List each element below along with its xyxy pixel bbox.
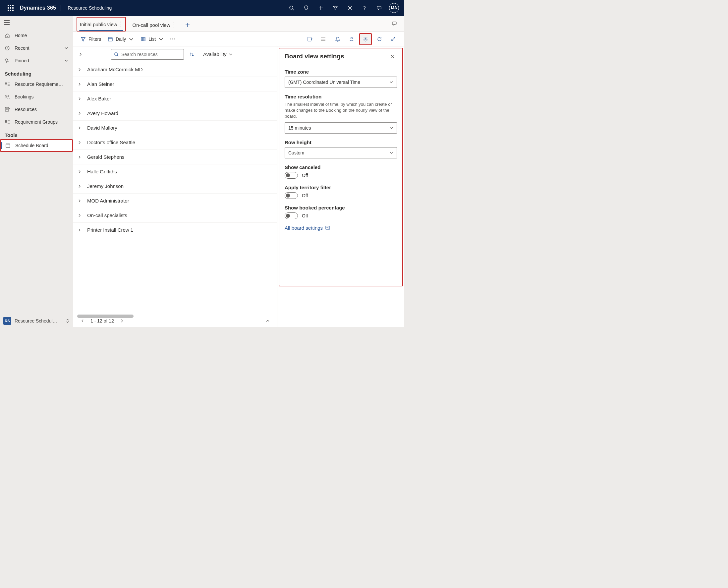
plus-icon [185,22,190,27]
nav-resources[interactable]: Resources [0,103,73,116]
resource-name: Gerald Stephens [87,154,125,160]
filter-button[interactable] [328,0,343,16]
expand-all-button[interactable] [77,50,85,58]
resource-row[interactable]: MOD Administrator [73,193,277,208]
resource-row[interactable]: Alan Steiner [73,77,277,91]
resource-row[interactable]: Halle Griffiths [73,164,277,179]
resource-row[interactable]: On-call specialists [73,208,277,223]
resource-row[interactable]: Alex Baker [73,91,277,106]
nav-resource-reqs-label: Resource Requireme… [15,82,63,87]
resource-row[interactable]: Doctor's office Seattle [73,135,277,150]
assistant-button[interactable] [372,0,386,16]
chat-icon [392,21,397,26]
list-dropdown[interactable]: List [138,33,166,45]
idea-button[interactable] [299,0,314,16]
help-button[interactable] [357,0,372,16]
user-avatar[interactable]: MA [389,3,399,13]
tab-menu-icon[interactable] [174,22,176,27]
availability-dropdown[interactable]: Availability [203,51,233,57]
svg-point-9 [5,120,7,122]
nav-recent[interactable]: Recent [0,42,73,54]
tab-menu-icon[interactable] [121,22,123,27]
filters-button[interactable]: Filters [78,33,104,45]
daily-dropdown[interactable]: Daily [105,33,136,45]
tab-initial-public-view[interactable]: Initial public view [77,17,126,31]
nav-req-groups-label: Requirement Groups [15,119,58,125]
nav-requirement-groups[interactable]: Requirement Groups [0,116,73,128]
resource-search[interactable] [111,49,184,60]
panel-close-button[interactable] [388,52,397,61]
people-button[interactable] [345,33,358,45]
nav-home[interactable]: Home [0,29,73,42]
svg-point-16 [321,39,322,39]
resource-row[interactable]: Avery Howard [73,106,277,121]
refresh-button[interactable] [373,33,386,45]
sort-button[interactable] [187,50,196,59]
timeres-select[interactable]: 15 minutes [285,122,397,133]
timezone-select[interactable]: (GMT) Coordinated Universal Time [285,77,397,88]
nav-schedule-board[interactable]: Schedule Board [0,139,73,152]
tab-add-button[interactable] [181,18,194,31]
rowheight-select[interactable]: Custom [285,147,397,159]
add-button[interactable] [314,0,328,16]
left-nav: Home Recent Pinned Scheduling Resource R… [0,16,73,327]
gear-icon [347,5,352,10]
notifications-button[interactable] [331,33,344,45]
svg-rect-10 [6,144,10,147]
chevron-right-icon [77,228,83,232]
list-icon [321,37,326,42]
booked-pct-toggle[interactable] [285,212,298,219]
top-bar: Dynamics 365 Resource Scheduling MA [0,0,404,16]
tab-oncall-pool-view[interactable]: On-call pool view [129,18,179,31]
resource-name: Abraham McCormick MD [87,67,143,72]
app-launcher-button[interactable] [3,0,19,16]
book-button[interactable] [303,33,316,45]
territory-toggle[interactable] [285,192,298,199]
resource-row[interactable]: Printer Install Crew 1 [73,223,277,237]
hamburger-icon [4,20,10,25]
resource-name: On-call specialists [87,212,127,218]
horizontal-scrollbar[interactable] [77,315,133,318]
collapse-footer[interactable] [264,317,272,325]
pager-next[interactable] [118,317,126,325]
board-view-settings-panel: Board view settings Time zone (GMT) Coor… [279,48,403,286]
sort-icon [190,52,194,57]
booked-pct-value: Off [302,213,308,218]
timeres-label: Time resolution [285,94,397,100]
tab-assistant-button[interactable] [388,16,401,31]
funnel-icon [81,37,86,42]
tab-oncall-label: On-call pool view [132,22,170,28]
expand-button[interactable] [387,33,400,45]
overflow-button[interactable] [168,39,178,39]
tab-initial-label: Initial public view [80,22,117,27]
resource-name: Alex Baker [87,96,111,101]
search-button[interactable] [284,0,299,16]
board-settings-button[interactable] [359,33,372,45]
resource-row[interactable]: Gerald Stephens [73,150,277,164]
resource-name: Halle Griffiths [87,169,117,174]
nav-schedule-board-label: Schedule Board [15,143,48,148]
nav-resource-requirements[interactable]: Resource Requireme… [0,78,73,90]
brand-label[interactable]: Dynamics 365 [19,5,59,11]
refresh-icon [377,37,382,42]
settings-button[interactable] [343,0,357,16]
more-icon [170,39,175,39]
svg-line-21 [117,55,119,56]
nav-collapse-button[interactable] [0,16,73,29]
resource-row[interactable]: David Mallory [73,121,277,135]
show-canceled-toggle[interactable] [285,172,298,178]
bookings-icon [5,94,10,100]
nav-pinned-label: Pinned [15,58,29,63]
nav-pinned[interactable]: Pinned [0,54,73,67]
resource-search-input[interactable] [121,52,181,57]
chevron-right-icon [77,68,83,71]
waffle-icon [8,5,14,11]
area-switcher[interactable]: RS Resource Schedul… [0,314,73,327]
resource-row[interactable]: Jeremy Johnson [73,179,277,193]
details-button[interactable] [318,33,330,45]
nav-bookings[interactable]: Bookings [0,90,73,103]
all-board-settings-link[interactable]: All board settings [285,225,397,231]
pager-prev[interactable] [79,317,86,325]
resource-row[interactable]: Abraham McCormick MD [73,62,277,77]
app-name[interactable]: Resource Scheduling [62,5,117,10]
